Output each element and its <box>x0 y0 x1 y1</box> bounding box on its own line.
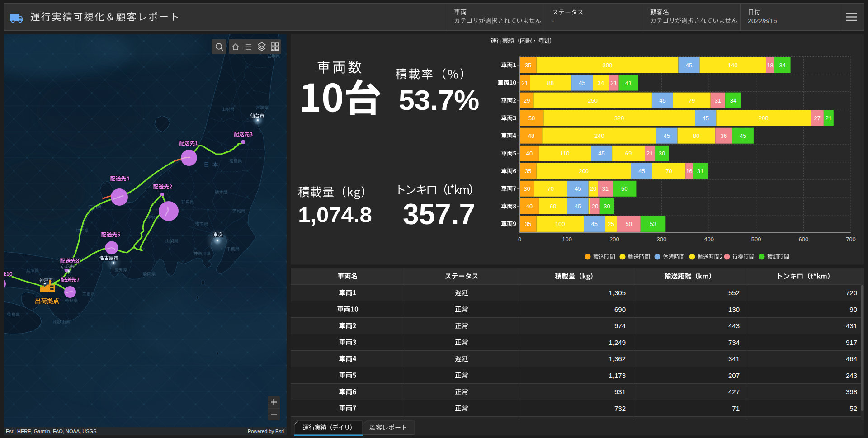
svg-text:-: - <box>552 17 554 24</box>
svg-text:200: 200 <box>609 236 619 243</box>
svg-text:427: 427 <box>728 388 740 396</box>
svg-text:35: 35 <box>525 221 531 227</box>
svg-text:200: 200 <box>579 168 589 174</box>
svg-text:917: 917 <box>846 339 857 346</box>
svg-text:500: 500 <box>751 236 761 243</box>
svg-text:52: 52 <box>849 405 857 412</box>
svg-text:18: 18 <box>767 62 773 69</box>
svg-text:16: 16 <box>686 168 692 174</box>
svg-text:974: 974 <box>614 322 626 330</box>
svg-text:320: 320 <box>614 115 624 122</box>
svg-text:29: 29 <box>524 97 530 104</box>
svg-text:300: 300 <box>603 62 613 69</box>
svg-text:45: 45 <box>740 132 746 139</box>
svg-text:69: 69 <box>625 150 632 157</box>
svg-text:464: 464 <box>846 355 857 363</box>
svg-text:34: 34 <box>779 62 786 69</box>
svg-text:21: 21 <box>646 150 653 157</box>
svg-text:130: 130 <box>728 306 740 313</box>
svg-text:25: 25 <box>608 221 614 227</box>
svg-text:53.7%: 53.7% <box>399 84 480 116</box>
svg-text:21: 21 <box>610 80 617 86</box>
svg-text:300: 300 <box>657 236 667 243</box>
svg-text:720: 720 <box>846 289 857 297</box>
svg-text:90: 90 <box>849 306 857 313</box>
svg-text:1,305: 1,305 <box>609 289 626 297</box>
svg-text:2022/8/16: 2022/8/16 <box>748 17 777 24</box>
svg-text:50: 50 <box>621 185 627 192</box>
svg-text:398: 398 <box>846 388 857 396</box>
svg-text:552: 552 <box>728 289 740 297</box>
svg-text:45: 45 <box>638 168 645 174</box>
svg-text:45: 45 <box>575 185 581 192</box>
svg-text:30: 30 <box>604 203 610 210</box>
svg-text:734: 734 <box>728 339 740 346</box>
svg-text:931: 931 <box>614 388 626 396</box>
svg-text:0: 0 <box>518 236 521 243</box>
svg-text:431: 431 <box>846 322 857 330</box>
svg-text:31: 31 <box>602 185 609 192</box>
svg-text:1,362: 1,362 <box>609 355 626 363</box>
svg-text:88: 88 <box>547 80 554 86</box>
svg-text:240: 240 <box>594 132 604 139</box>
svg-text:31: 31 <box>715 97 721 104</box>
svg-text:200: 200 <box>759 115 769 122</box>
svg-text:100: 100 <box>555 221 565 227</box>
svg-text:34: 34 <box>598 80 604 86</box>
svg-text:Powered by Esri: Powered by Esri <box>248 429 284 434</box>
svg-text:700: 700 <box>846 236 856 243</box>
svg-text:690: 690 <box>614 306 626 313</box>
svg-text:21: 21 <box>826 115 832 122</box>
svg-text:207: 207 <box>728 372 740 379</box>
svg-text:45: 45 <box>575 203 581 210</box>
svg-text:60: 60 <box>550 203 556 210</box>
svg-text:20: 20 <box>592 203 598 210</box>
svg-text:45: 45 <box>686 62 692 69</box>
svg-text:20: 20 <box>590 185 596 192</box>
svg-text:45: 45 <box>579 80 585 86</box>
svg-text:140: 140 <box>728 62 738 69</box>
svg-text:50: 50 <box>625 221 632 227</box>
svg-text:50: 50 <box>528 115 535 122</box>
svg-text:45: 45 <box>659 97 665 104</box>
svg-text:40: 40 <box>526 150 533 157</box>
svg-text:35: 35 <box>525 168 531 174</box>
svg-text:1,074.8: 1,074.8 <box>298 203 372 227</box>
svg-text:45: 45 <box>598 150 604 157</box>
svg-text:250: 250 <box>588 97 598 104</box>
svg-text:79: 79 <box>689 97 695 104</box>
svg-text:36: 36 <box>721 132 727 139</box>
svg-text:243: 243 <box>846 372 857 379</box>
svg-text:30: 30 <box>524 185 530 192</box>
svg-text:27: 27 <box>814 115 820 122</box>
svg-text:45: 45 <box>591 221 598 227</box>
svg-text:53: 53 <box>650 221 656 227</box>
svg-text:100: 100 <box>562 236 572 243</box>
svg-text:110: 110 <box>560 150 570 157</box>
svg-text:30: 30 <box>659 150 665 157</box>
svg-text:80: 80 <box>693 132 699 139</box>
svg-text:71: 71 <box>732 405 740 412</box>
svg-text:70: 70 <box>665 168 672 174</box>
svg-text:41: 41 <box>625 80 632 86</box>
svg-text:40: 40 <box>526 203 533 210</box>
svg-text:400: 400 <box>704 236 714 243</box>
svg-text:732: 732 <box>614 405 626 412</box>
svg-text:443: 443 <box>728 322 740 330</box>
svg-text:21: 21 <box>522 80 528 86</box>
svg-text:Esri, HERE, Garmin, FAO, NOAA,: Esri, HERE, Garmin, FAO, NOAA, USGS <box>6 429 96 434</box>
svg-text:341: 341 <box>728 355 740 363</box>
svg-text:34: 34 <box>730 97 736 104</box>
svg-text:357.7: 357.7 <box>403 198 475 231</box>
svg-text:45: 45 <box>702 115 708 122</box>
svg-text:48: 48 <box>528 132 534 139</box>
svg-text:45: 45 <box>664 132 670 139</box>
svg-text:35: 35 <box>525 62 531 69</box>
svg-text:1,249: 1,249 <box>609 339 626 346</box>
svg-text:70: 70 <box>547 185 554 192</box>
svg-text:600: 600 <box>799 236 809 243</box>
svg-text:1,173: 1,173 <box>609 372 626 379</box>
svg-text:31: 31 <box>697 168 703 174</box>
